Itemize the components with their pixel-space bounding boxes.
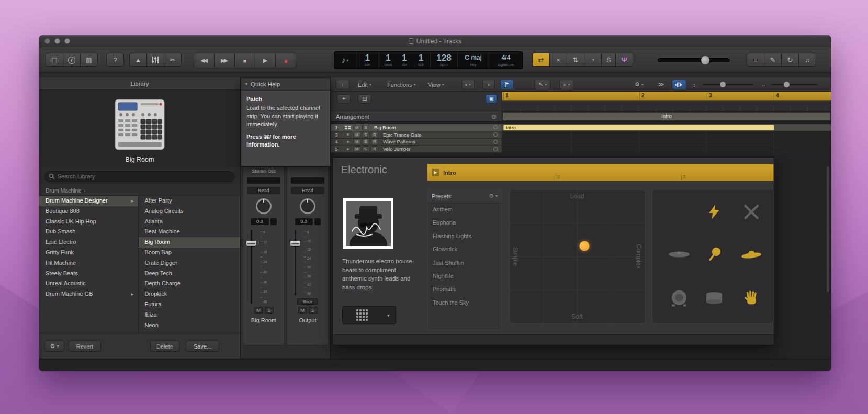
track-header-panel-button[interactable]: ▣ xyxy=(486,94,497,104)
record-enable-ring[interactable] xyxy=(493,140,498,144)
library-toggle-button[interactable]: ▤ xyxy=(46,53,63,67)
save-button[interactable]: Save... xyxy=(186,341,219,352)
library-item[interactable]: Hit Machine xyxy=(39,258,138,268)
library-action-menu-button[interactable]: ⚙▾ xyxy=(44,341,64,352)
library-item[interactable]: Classic UK Hip Hop xyxy=(39,217,138,227)
lcd-div[interactable]: 1 div xyxy=(397,52,412,69)
view-menu[interactable]: View▾ xyxy=(425,80,447,89)
record-enable-ring[interactable] xyxy=(493,147,498,151)
quick-help-button[interactable]: ? xyxy=(106,53,124,67)
add-track-button[interactable]: + xyxy=(337,94,351,104)
drum-machine-designer-button[interactable] xyxy=(342,306,382,324)
zoom-thumb[interactable] xyxy=(720,82,726,87)
zoom-thumb[interactable] xyxy=(784,82,790,87)
volume-fader[interactable]: 612182430364248 xyxy=(287,229,328,296)
library-item[interactable]: Futura xyxy=(139,299,240,310)
format-button[interactable] xyxy=(314,218,321,225)
library-item[interactable]: Ibiza xyxy=(139,310,240,320)
bounce-button[interactable]: Bnce xyxy=(297,298,318,305)
library-item[interactable]: Analog Circuits xyxy=(139,206,240,217)
strip-name[interactable]: Output xyxy=(287,317,328,323)
library-item[interactable]: Crate Digger xyxy=(139,258,240,268)
lcd-tick[interactable]: 1 tick xyxy=(412,52,431,69)
preset-item[interactable]: Just Shufflin xyxy=(427,256,502,270)
fader-cap[interactable] xyxy=(246,241,256,246)
track-name[interactable]: Wave Patterns xyxy=(383,139,415,144)
forward-button[interactable]: ▶▶ xyxy=(214,53,235,68)
lcd-beat[interactable]: 1 beat xyxy=(379,52,397,69)
fx-lightning-icon[interactable] xyxy=(701,199,727,225)
track-lane[interactable] xyxy=(502,139,831,146)
kick-drum-icon[interactable] xyxy=(666,285,692,311)
library-item[interactable]: Epic Electro xyxy=(39,237,138,248)
snare-drum-icon[interactable] xyxy=(701,285,727,311)
stop-button[interactable]: ■ xyxy=(234,53,255,68)
replace-button[interactable]: × xyxy=(549,53,567,67)
mute-button[interactable]: M xyxy=(254,307,263,314)
catch-playhead-button[interactable] xyxy=(500,80,514,89)
solo-button[interactable]: S xyxy=(362,146,369,152)
automation-mode-button[interactable]: Read xyxy=(291,187,324,194)
library-item[interactable]: Deep Tech xyxy=(139,268,240,279)
track-header-velo-jumper[interactable]: 5 M S R Velo Jumper xyxy=(331,146,502,153)
track-header-big-room[interactable]: 1 M S Big Room xyxy=(331,124,502,131)
preset-item[interactable]: Anthem xyxy=(427,203,502,216)
browsers-button[interactable]: ♫ xyxy=(798,53,816,67)
quick-help-header[interactable]: ▾ Quick Help xyxy=(241,78,330,91)
plugin-selector-caret-button[interactable]: ▾ xyxy=(381,306,396,324)
snap-menu[interactable]: ≫ xyxy=(655,80,668,89)
hide-tracks-button[interactable]: ↑ xyxy=(336,80,350,89)
metronome-button[interactable]: ▲ xyxy=(129,53,147,67)
library-item-drum-machine-designer[interactable]: Drum Machine Designer▸ xyxy=(39,196,138,206)
ride-cymbal-icon[interactable] xyxy=(738,241,764,267)
library-item[interactable]: Dub Smash xyxy=(39,227,138,237)
preset-item[interactable]: Euphoria xyxy=(427,216,502,229)
note-pads-button[interactable]: ✎ xyxy=(764,53,782,67)
volume-value[interactable]: 0.0 xyxy=(295,218,313,225)
setting-slot[interactable] xyxy=(291,177,324,184)
output-slot[interactable]: Stereo Out xyxy=(243,167,284,175)
solo-button[interactable]: S xyxy=(362,139,369,144)
xy-pad-puck[interactable] xyxy=(580,241,590,251)
lcd-tempo[interactable]: 128 bpm xyxy=(431,52,458,69)
record-enable-ring[interactable] xyxy=(493,125,498,129)
library-item[interactable]: After Party xyxy=(139,196,240,206)
pan-knob[interactable] xyxy=(300,198,315,214)
fader-cap[interactable] xyxy=(290,241,300,246)
track-lane[interactable] xyxy=(502,131,831,139)
volume-slider-thumb[interactable] xyxy=(701,56,709,64)
vertical-zoom-slider[interactable] xyxy=(703,84,753,85)
region-intro[interactable]: Intro xyxy=(503,125,774,130)
library-item[interactable]: Boutique 808 xyxy=(39,206,138,217)
mute-button[interactable]: M xyxy=(353,125,360,130)
close-window-button[interactable] xyxy=(44,38,50,44)
cymbal-icon[interactable] xyxy=(666,241,692,267)
volume-value[interactable]: 0.0 xyxy=(251,218,269,225)
library-item[interactable]: Atlanta xyxy=(139,217,240,227)
edit-menu[interactable]: Edit▾ xyxy=(355,80,375,89)
cycle-button[interactable]: ⇄ xyxy=(532,53,550,67)
preset-item[interactable]: Glowstick xyxy=(427,243,502,256)
track-header-settings-menu[interactable]: ⚙▾ xyxy=(632,80,647,89)
gear-icon[interactable]: ⚙ xyxy=(489,193,494,199)
library-item[interactable]: Unreal Acoustic xyxy=(39,278,138,289)
preset-item[interactable]: Prismatic xyxy=(427,283,502,296)
duplicate-track-button[interactable]: ⊞ xyxy=(358,94,371,104)
shaker-icon[interactable] xyxy=(701,241,727,267)
preset-item[interactable]: Nightlife xyxy=(427,270,502,283)
left-click-tool-menu[interactable]: ↖▾ xyxy=(535,80,550,89)
lcd-key[interactable]: C maj key xyxy=(458,52,489,69)
smart-controls-button[interactable]: ▦ xyxy=(80,53,98,67)
mute-button[interactable]: M xyxy=(298,307,307,314)
horizontal-zoom-slider[interactable] xyxy=(771,84,817,85)
solo-button[interactable]: S xyxy=(309,307,318,314)
library-item[interactable]: Steely Beats xyxy=(39,268,138,279)
library-item-drum-machine-gb[interactable]: Drum Machine GB▸ xyxy=(39,289,138,299)
cycle-region-ruler[interactable]: 1 2 3 4 xyxy=(502,92,831,101)
solo-mode-button[interactable]: S xyxy=(601,53,616,67)
library-item[interactable]: Beat Machine xyxy=(139,227,240,237)
performance-meter-button[interactable]: ◔ xyxy=(584,53,602,67)
drumsticks-icon[interactable] xyxy=(738,199,764,225)
lcd-display[interactable]: ♪▾ 1 bar 1 beat 1 div 1 tick 128 bpm xyxy=(334,51,523,69)
vertical-zoom-icon-button[interactable]: ↕ xyxy=(690,80,699,89)
